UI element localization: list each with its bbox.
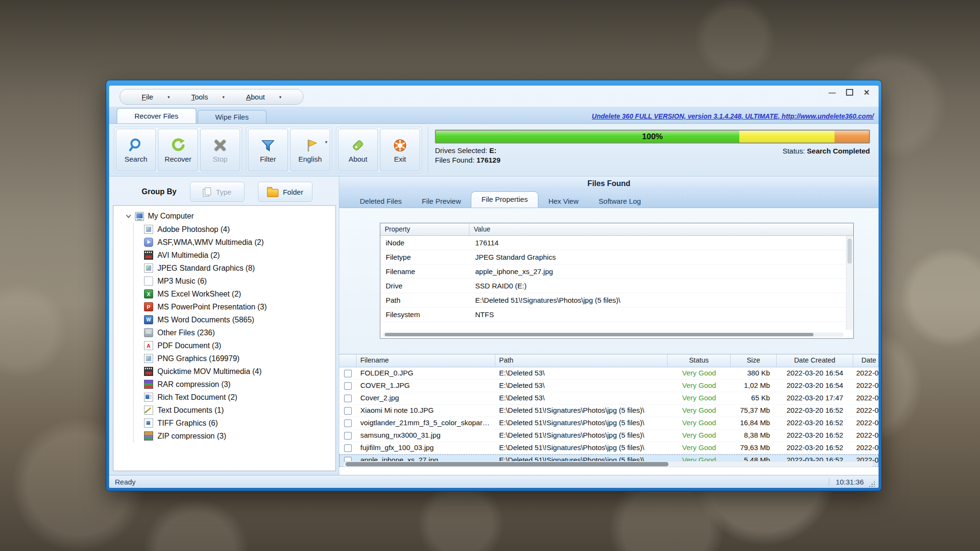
- table-row[interactable]: Xiaomi Mi note 10.JPG E:\Deleted 51\!Sig…: [339, 405, 879, 417]
- files-found-label: Files Found:: [435, 156, 475, 164]
- status-column-header[interactable]: Status: [668, 354, 731, 367]
- tab-deleted-files[interactable]: Deleted Files: [350, 195, 412, 208]
- tree-item[interactable]: MP3 Music (6): [134, 275, 335, 287]
- minimize-button[interactable]: —: [828, 88, 836, 97]
- tree-item[interactable]: Text Documents (1): [134, 404, 335, 417]
- cell-size: 8,38 Mb: [731, 430, 777, 441]
- tree-item[interactable]: MS Excel WorkSheet (2): [134, 287, 335, 300]
- tree-item[interactable]: JPEG Standard Graphics (8): [134, 262, 335, 275]
- tree-item[interactable]: MS PowerPoint Presentation (3): [134, 300, 335, 313]
- filename-column-header[interactable]: Filename: [356, 354, 495, 367]
- tree-item[interactable]: ZIP compression (3): [134, 430, 335, 442]
- tab-software-log[interactable]: Software Log: [589, 195, 651, 208]
- toolbar-group-actions: Search Recover Stop: [114, 127, 242, 173]
- property-horizontal-scrollbar[interactable]: [383, 332, 844, 337]
- group-by-folder-button[interactable]: Folder: [258, 182, 312, 202]
- language-button[interactable]: ▾ English: [290, 129, 330, 171]
- tree-item[interactable]: MS Word Documents (5865): [134, 313, 335, 326]
- menu-tools[interactable]: Tools ▾: [191, 93, 225, 101]
- table-row[interactable]: Cover_2.jpg E:\Deleted 53\ Very Good 65 …: [339, 392, 879, 405]
- tree-item-label: ZIP compression (3): [157, 432, 226, 441]
- path-column-header[interactable]: Path: [495, 354, 668, 367]
- scrollbar-thumb[interactable]: [345, 462, 668, 466]
- tree-item[interactable]: PNG Graphics (169979): [134, 352, 335, 365]
- tab-wipe-files[interactable]: Wipe Files: [198, 110, 267, 123]
- toolbar-group-options: Filter ▾ English: [246, 127, 332, 173]
- tree-item[interactable]: Rich Text Document (2): [134, 391, 335, 404]
- about-button[interactable]: About: [338, 129, 378, 171]
- cell-size: 380 Kb: [731, 367, 777, 379]
- group-by-type-button[interactable]: Type: [190, 182, 245, 202]
- drives-selected-value: E:: [489, 146, 496, 154]
- table-horizontal-scrollbar[interactable]: [343, 461, 874, 467]
- deleted-files-table: Filename Path Status Size Date Created D…: [339, 354, 879, 475]
- property-value: 176114: [470, 236, 853, 250]
- tree-item[interactable]: RAR compression (3): [134, 378, 335, 391]
- tree-item[interactable]: Other Files (236): [134, 326, 335, 339]
- maximize-button[interactable]: [845, 88, 854, 97]
- tab-file-preview[interactable]: File Preview: [412, 195, 471, 208]
- property-row: Filenameapple_iphone_xs_27.jpg: [380, 264, 853, 279]
- cell-date-created: 2022-03-20 16:54: [777, 367, 853, 379]
- left-panel: Group By Type Folder: [109, 176, 339, 475]
- status-value: Search Completed: [807, 147, 870, 155]
- checkbox-column-header[interactable]: [339, 354, 356, 367]
- close-button[interactable]: ×: [862, 88, 871, 97]
- tab-file-properties[interactable]: File Properties: [471, 191, 538, 208]
- property-column-header[interactable]: Property: [380, 223, 469, 235]
- row-checkbox[interactable]: [344, 432, 352, 440]
- image-file-icon: [144, 354, 153, 363]
- maximize-icon: [846, 89, 853, 96]
- row-checkbox[interactable]: [344, 407, 352, 415]
- exit-button[interactable]: Exit: [380, 129, 420, 171]
- table-row[interactable]: COVER_1.JPG E:\Deleted 53\ Very Good 1,0…: [339, 380, 879, 392]
- tree-item[interactable]: Quicktime MOV Multimedia (4): [134, 365, 335, 378]
- tree-root-my-computer[interactable]: My Computer: [113, 209, 335, 223]
- row-checkbox[interactable]: [344, 395, 352, 402]
- cell-size: 75,37 Mb: [731, 405, 777, 417]
- row-checkbox[interactable]: [344, 370, 352, 377]
- expand-chevron-icon: [126, 214, 131, 218]
- date-created-column-header[interactable]: Date Created: [777, 354, 853, 367]
- table-row[interactable]: voigtlander_21mm_f3_5_color_skopar… E:\D…: [339, 417, 879, 430]
- search-button[interactable]: Search: [116, 129, 156, 171]
- row-checkbox[interactable]: [344, 382, 352, 390]
- menu-tools-label: Tools: [191, 93, 208, 101]
- table-row[interactable]: fujifilm_gfx_100_03.jpg E:\Deleted 51\!S…: [339, 442, 879, 454]
- stop-button[interactable]: Stop: [200, 129, 240, 171]
- menu-file[interactable]: File ▾: [142, 93, 170, 101]
- tab-recover-files[interactable]: Recover Files: [117, 108, 196, 123]
- tree-item[interactable]: Adobe Photoshop (4): [134, 223, 335, 236]
- row-checkbox[interactable]: [344, 444, 352, 452]
- menu-about[interactable]: About ▾: [246, 93, 281, 101]
- property-vertical-scrollbar[interactable]: [846, 236, 853, 330]
- tree-item[interactable]: TIFF Graphics (6): [134, 417, 335, 430]
- about-label: About: [348, 155, 367, 163]
- version-link[interactable]: Undelete 360 FULL VERSION, version 3.1.4…: [592, 112, 874, 120]
- date-column-header[interactable]: Date: [853, 354, 879, 367]
- table-row[interactable]: FOLDER_0.JPG E:\Deleted 53\ Very Good 38…: [339, 367, 879, 380]
- recover-button[interactable]: Recover: [158, 129, 198, 171]
- files-found-value: 176129: [477, 156, 501, 164]
- size-column-header[interactable]: Size: [731, 354, 777, 367]
- cell-path: E:\Deleted 53\: [495, 380, 668, 392]
- tree-item[interactable]: AVI Multimedia (2): [134, 249, 335, 262]
- property-value: SSD RAID0 (E:): [470, 279, 853, 293]
- chevron-down-icon: ▾: [167, 95, 170, 99]
- stop-label: Stop: [213, 155, 228, 163]
- resize-grip[interactable]: [869, 481, 875, 487]
- property-row: iNode176114: [380, 236, 853, 250]
- tab-hex-view[interactable]: Hex View: [538, 195, 589, 208]
- tree-item[interactable]: ASF,WMA,WMV Multimedia (2): [134, 236, 335, 249]
- filter-button[interactable]: Filter: [248, 129, 288, 171]
- progress-percent-label: 100%: [436, 131, 869, 143]
- row-checkbox[interactable]: [344, 419, 352, 427]
- table-row[interactable]: samsung_nx3000_31.jpg E:\Deleted 51\!Sig…: [339, 430, 879, 442]
- pages-icon: [203, 187, 212, 196]
- value-column-header[interactable]: Value: [469, 223, 853, 235]
- tree-item[interactable]: PDF Document (3): [134, 339, 335, 352]
- scrollbar-thumb[interactable]: [385, 333, 813, 336]
- chevron-down-icon: ▾: [223, 95, 225, 99]
- scrollbar-thumb[interactable]: [847, 239, 852, 264]
- scan-info: Drives Selected: E: Files Found: 176129 …: [435, 143, 870, 165]
